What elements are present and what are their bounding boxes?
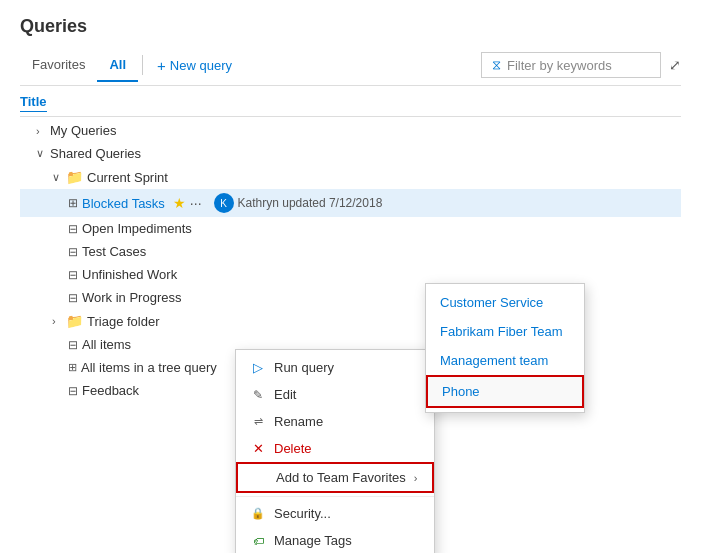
open-impediments-label: Open Impediments [82,221,192,236]
query-icon-blocked: ⊞ [68,196,78,210]
table-header: Title [20,88,681,117]
expand-icon[interactable]: ⤢ [669,57,681,73]
delete-icon: ✕ [250,441,266,456]
menu-item-add-to-team-favorites[interactable]: Add to Team Favorites › [236,462,434,493]
chevron-down-icon-sprint: ∨ [52,171,66,184]
menu-item-manage-tags[interactable]: 🏷 Manage Tags [236,527,434,553]
filter-placeholder: Filter by keywords [507,58,612,73]
rename-icon: ⇌ [250,415,266,428]
updated-text: Kathryn updated 7/12/2018 [238,196,383,210]
tree-item-shared-queries[interactable]: ∨ Shared Queries [20,142,681,165]
tree-item-blocked-tasks[interactable]: ⊞ Blocked Tasks ★ ··· K Kathryn updated … [20,189,681,217]
filter-icon: ⧖ [492,57,501,73]
queries-page: Queries Favorites All + New query ⧖ Filt… [0,0,701,418]
more-icon[interactable]: ··· [190,195,202,211]
plus-icon: + [157,57,166,74]
avatar-kathryn: K [214,193,234,213]
tab-favorites[interactable]: Favorites [20,49,97,82]
tabs-bar: Favorites All + New query [20,49,481,81]
tree-item-my-queries[interactable]: › My Queries [20,119,681,142]
edit-icon: ✎ [250,388,266,402]
all-items-label: All items [82,337,131,352]
tree-item-open-impediments[interactable]: ⊟ Open Impediments [20,217,681,240]
menu-item-security[interactable]: 🔒 Security... [236,500,434,527]
filter-input[interactable]: ⧖ Filter by keywords [481,52,661,78]
folder-icon-sprint: 📁 [66,169,83,185]
menu-divider [236,496,434,497]
submenu-item-phone[interactable]: Phone [426,375,584,408]
shared-queries-label: Shared Queries [50,146,141,161]
submenu-item-customer-service[interactable]: Customer Service [426,288,584,317]
submenu: Customer Service Fabrikam Fiber Team Man… [425,283,585,413]
col-title: Title [20,94,47,112]
chevron-down-icon: ∨ [36,147,50,160]
run-query-icon: ▷ [250,360,266,375]
chevron-right-icon: › [36,125,50,137]
new-query-label: New query [170,58,232,73]
context-menu: ▷ Run query ✎ Edit ⇌ Rename ✕ Delete Add… [235,349,435,553]
triage-folder-label: Triage folder [87,314,160,329]
all-items-tree-label: All items in a tree query [81,360,217,375]
submenu-item-management-team[interactable]: Management team [426,346,584,375]
menu-item-run-query[interactable]: ▷ Run query [236,354,434,381]
security-icon: 🔒 [250,507,266,520]
menu-item-rename[interactable]: ⇌ Rename [236,408,434,435]
unfinished-work-label: Unfinished Work [82,267,177,282]
updated-info: K Kathryn updated 7/12/2018 [214,193,383,213]
rename-label: Rename [274,414,323,429]
query-icon-wip: ⊟ [68,291,78,305]
chevron-right-icon-triage: › [52,315,66,327]
run-query-label: Run query [274,360,334,375]
blocked-tasks-label: Blocked Tasks [82,196,165,211]
tab-all[interactable]: All [97,49,138,82]
folder-icon-triage: 📁 [66,313,83,329]
query-icon-feedback: ⊟ [68,384,78,398]
manage-tags-label: Manage Tags [274,533,352,548]
manage-tags-icon: 🏷 [250,535,266,547]
security-label: Security... [274,506,331,521]
work-in-progress-label: Work in Progress [82,290,181,305]
new-query-button[interactable]: + New query [147,51,242,80]
submenu-item-fabrikam-fiber-team[interactable]: Fabrikam Fiber Team [426,317,584,346]
menu-item-edit[interactable]: ✎ Edit [236,381,434,408]
my-queries-label: My Queries [50,123,116,138]
query-icon-all-items: ⊟ [68,338,78,352]
star-icon[interactable]: ★ [173,195,186,211]
submenu-arrow-icon: › [414,472,418,484]
tab-divider [142,55,143,75]
add-to-team-favorites-label: Add to Team Favorites [276,470,406,485]
query-icon-unfinished: ⊟ [68,268,78,282]
query-icon-test-cases: ⊟ [68,245,78,259]
filter-box: ⧖ Filter by keywords ⤢ [481,52,681,78]
tree: › My Queries ∨ Shared Queries ∨ 📁 Curren… [20,119,681,402]
tree-item-test-cases[interactable]: ⊟ Test Cases [20,240,681,263]
test-cases-label: Test Cases [82,244,146,259]
page-title: Queries [20,16,681,37]
current-sprint-label: Current Sprint [87,170,168,185]
menu-item-delete[interactable]: ✕ Delete [236,435,434,462]
edit-label: Edit [274,387,296,402]
delete-label: Delete [274,441,312,456]
query-icon-open-imp: ⊟ [68,222,78,236]
query-icon-all-items-tree: ⊞ [68,361,77,374]
tree-item-current-sprint[interactable]: ∨ 📁 Current Sprint [20,165,681,189]
feedback-label: Feedback [82,383,139,398]
